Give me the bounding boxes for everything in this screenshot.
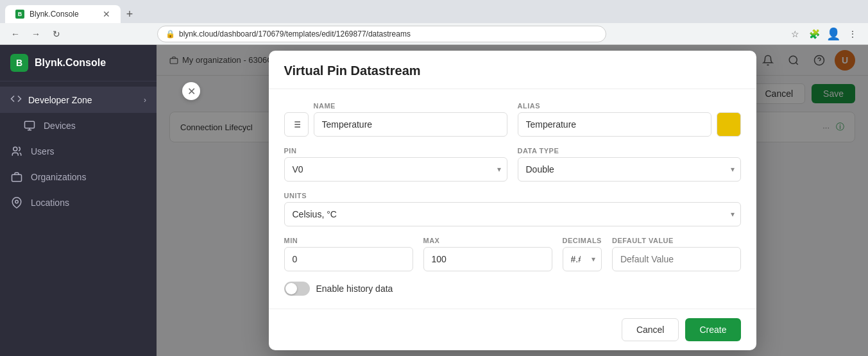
svg-rect-4 — [12, 174, 22, 182]
address-bar[interactable]: 🔒 blynk.cloud/dashboard/170679/templates… — [157, 26, 606, 42]
forward-button[interactable]: → — [28, 26, 44, 42]
pin-label: PIN — [284, 147, 507, 155]
org-icon — [10, 171, 23, 183]
pin-group: PIN V0V1V2V3 ▾ — [284, 147, 507, 182]
sidebar-item-users[interactable]: Users — [0, 139, 157, 164]
min-input[interactable] — [284, 247, 413, 271]
name-alias-row: NAME ALIAS — [284, 102, 741, 137]
units-select[interactable]: Celsius, °CFahrenheit, °FNone — [284, 202, 741, 226]
units-group: UNITS Celsius, °CFahrenheit, °FNone ▾ — [284, 192, 741, 226]
sidebar-item-devices[interactable]: Devices — [0, 113, 157, 139]
location-icon — [10, 196, 23, 209]
modal-close-button[interactable]: ✕ — [182, 82, 200, 100]
modal-title: Virtual Pin Datastream — [284, 64, 741, 78]
back-button[interactable]: ← — [8, 26, 23, 42]
devices-icon — [23, 119, 36, 132]
secure-icon: 🔒 — [166, 30, 175, 38]
svg-point-5 — [15, 200, 19, 203]
min-max-row: MIN MAX DECIMALS #.###.## — [284, 237, 741, 271]
pin-datatype-row: PIN V0V1V2V3 ▾ DATA TYPE — [284, 147, 741, 182]
units-label: UNITS — [284, 192, 741, 199]
reorder-icon-button[interactable] — [284, 112, 309, 137]
bookmark-icon[interactable]: ☆ — [787, 26, 803, 42]
app-container: B Blynk.Console Developer Zone › Devices — [0, 45, 868, 356]
color-swatch[interactable] — [717, 112, 741, 137]
sidebar-users-label: Users — [31, 146, 55, 157]
developer-zone-icon — [10, 93, 22, 106]
developer-zone-label: Developer Zone — [28, 95, 92, 105]
sidebar-devices-label: Devices — [44, 121, 76, 131]
sidebar-logo: B — [10, 54, 28, 72]
sidebar-header: B Blynk.Console — [0, 45, 157, 81]
sidebar-nav: Developer Zone › Devices Users — [0, 81, 157, 356]
decimals-select[interactable]: #.###.## — [563, 247, 602, 271]
new-tab-button[interactable]: + — [121, 5, 139, 23]
developer-zone-chevron: › — [144, 96, 146, 105]
default-value-input[interactable] — [612, 247, 741, 271]
datatype-select[interactable]: DoubleIntegerStringBoolean — [518, 157, 741, 182]
history-row: Enable history data — [284, 282, 741, 296]
browser-tab[interactable]: B Blynk.Console ✕ — [5, 5, 121, 23]
menu-icon[interactable]: ⋮ — [845, 26, 860, 42]
reload-button[interactable]: ↻ — [49, 26, 64, 42]
sidebar: B Blynk.Console Developer Zone › Devices — [0, 45, 157, 356]
decimals-select-wrapper: #.###.## ▾ — [563, 247, 602, 271]
svg-point-3 — [13, 147, 17, 151]
main-content: My organization - 6306GW ▾ | U — [157, 45, 868, 356]
max-label: MAX — [423, 237, 552, 244]
name-label: NAME — [314, 102, 507, 110]
datatype-group: DATA TYPE DoubleIntegerStringBoolean ▾ — [518, 147, 741, 182]
name-input[interactable] — [314, 112, 507, 137]
address-text: blynk.cloud/dashboard/170679/templates/e… — [179, 30, 411, 38]
sidebar-locations-label: Locations — [31, 198, 69, 208]
sidebar-item-organizations[interactable]: Organizations — [0, 164, 157, 190]
browser-chrome: B Blynk.Console ✕ + ← → ↻ 🔒 blynk.cloud/… — [0, 0, 868, 45]
profile-icon[interactable]: 👤 — [826, 26, 841, 42]
units-select-wrapper: Celsius, °CFahrenheit, °FNone ▾ — [284, 202, 741, 226]
modal-create-button[interactable]: Create — [685, 318, 740, 341]
users-icon — [10, 145, 23, 158]
pin-select[interactable]: V0V1V2V3 — [284, 157, 507, 182]
decimals-label: DECIMALS — [563, 237, 602, 244]
virtual-pin-modal: Virtual Pin Datastream NAME — [269, 51, 756, 350]
default-value-group: DEFAULT VALUE — [612, 237, 741, 271]
history-label: Enable history data — [316, 284, 393, 294]
sidebar-orgs-label: Organizations — [31, 172, 86, 182]
min-group: MIN — [284, 237, 413, 271]
units-row: UNITS Celsius, °CFahrenheit, °FNone ▾ — [284, 192, 741, 226]
modal-cancel-button[interactable]: Cancel — [622, 318, 679, 341]
modal-header: Virtual Pin Datastream — [269, 51, 756, 89]
alias-label: ALIAS — [518, 102, 741, 110]
tab-close-icon[interactable]: ✕ — [103, 9, 110, 19]
modal-footer: Cancel Create — [269, 309, 756, 350]
default-value-label: DEFAULT VALUE — [612, 237, 741, 244]
tab-favicon: B — [15, 10, 24, 19]
alias-input[interactable] — [518, 112, 711, 137]
datatype-select-wrapper: DoubleIntegerStringBoolean ▾ — [518, 157, 741, 182]
sidebar-item-locations[interactable]: Locations — [0, 190, 157, 216]
max-input[interactable] — [423, 247, 552, 271]
datatype-label: DATA TYPE — [518, 147, 741, 155]
modal-body: NAME ALIAS — [269, 89, 756, 309]
sidebar-item-developer-zone[interactable]: Developer Zone › — [0, 87, 157, 113]
svg-rect-0 — [25, 121, 35, 128]
modal-overlay: ✕ Virtual Pin Datastream — [157, 45, 868, 356]
pin-select-wrapper: V0V1V2V3 ▾ — [284, 157, 507, 182]
extensions-icon[interactable]: 🧩 — [806, 26, 822, 42]
sidebar-brand: Blynk.Console — [35, 57, 106, 69]
min-label: MIN — [284, 237, 413, 244]
decimals-group: DECIMALS #.###.## ▾ — [563, 237, 602, 271]
history-toggle[interactable] — [284, 282, 310, 296]
tab-title: Blynk.Console — [30, 10, 79, 19]
max-group: MAX — [423, 237, 552, 271]
